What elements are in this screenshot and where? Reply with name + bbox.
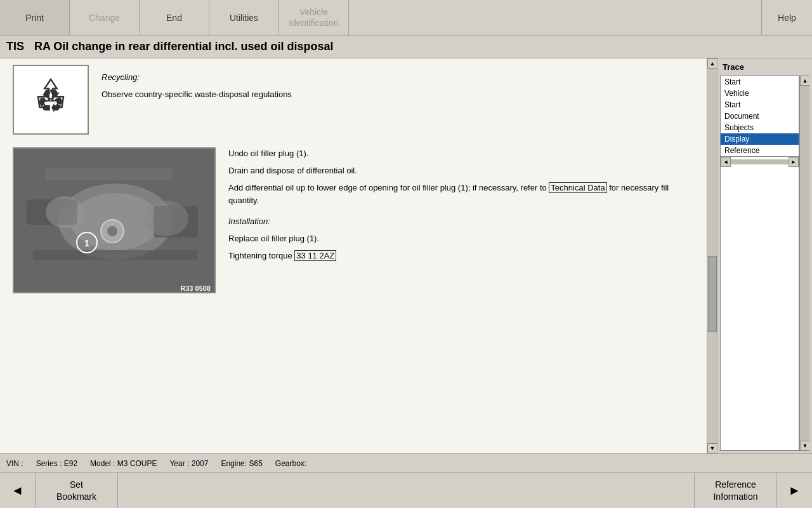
back-button[interactable]: ◄	[0, 473, 36, 508]
engine-status: Engine: S65	[221, 459, 262, 468]
utilities-button[interactable]: Utilities	[209, 0, 279, 35]
svg-rect-8	[46, 168, 173, 180]
svg-point-11	[144, 201, 188, 236]
series-label: Series :	[36, 459, 62, 468]
vehicle-id-button[interactable]: VehicleIdentification	[279, 0, 349, 35]
trace-item-start1[interactable]: Start	[721, 76, 799, 88]
forward-button[interactable]: ►	[776, 473, 812, 508]
vin-status: VIN :	[6, 459, 23, 468]
status-bar: VIN : Series : E92 Model : M3 COUPE Year…	[0, 453, 812, 472]
trace-item-vehicle[interactable]: Vehicle	[721, 88, 799, 99]
tightening-torque: Tightening torque 33 11 2AZ	[228, 250, 694, 263]
model-status: Model : M3 COUPE	[90, 459, 157, 468]
scroll-thumb[interactable]	[708, 256, 717, 332]
print-button[interactable]: Print	[0, 0, 70, 35]
recycling-note: Observe country-specific waste-disposal …	[102, 88, 694, 102]
reference-info-button[interactable]: ReferenceInformation	[694, 473, 776, 508]
trace-item-display[interactable]: Display	[721, 133, 799, 145]
tightening-label: Tightening torque	[228, 251, 294, 260]
instruction-section: 1 R33 0508 Undo oil filler plug (1). Dra…	[13, 147, 694, 293]
svg-text:♻: ♻	[36, 83, 65, 119]
content-area: ♻ Recycling: Observe country-specific wa…	[0, 58, 707, 453]
series-value: E92	[64, 459, 77, 468]
change-button[interactable]: Change	[70, 0, 140, 35]
trace-scroll-down[interactable]: ▼	[800, 441, 809, 451]
svg-point-7	[107, 226, 117, 236]
toolbar-spacer	[349, 0, 761, 35]
trace-item-document[interactable]: Document	[721, 110, 799, 122]
trace-scroll-h-track[interactable]	[731, 159, 789, 164]
installation-label: Installation:	[228, 217, 270, 226]
engine-value: S65	[249, 459, 262, 468]
trace-scroll-left[interactable]: ◄	[721, 157, 731, 167]
gearbox-label: Gearbox:	[275, 459, 306, 468]
instruction2: Drain and dispose of differential oil.	[228, 164, 694, 178]
instruction-text: Undo oil filler plug (1). Drain and disp…	[228, 147, 694, 293]
recycle-image: ♻	[13, 65, 89, 135]
recycle-icon: ♻	[25, 74, 76, 125]
trace-title: Trace	[720, 61, 809, 73]
svg-point-10	[46, 196, 84, 228]
trace-scroll-up[interactable]: ▲	[800, 76, 809, 86]
model-label: Model :	[90, 459, 115, 468]
svg-rect-9	[33, 250, 198, 260]
mechanical-svg: 1 R33 0508	[14, 149, 216, 293]
bottom-toolbar: ◄ SetBookmark ReferenceInformation ►	[0, 472, 812, 508]
recycling-text: Recycling: Observe country-specific wast…	[102, 65, 694, 135]
recycle-icon-box: ♻	[13, 65, 89, 135]
series-status: Series : E92	[36, 459, 77, 468]
back-arrow-icon: ◄	[11, 483, 24, 498]
trace-scroll-right[interactable]: ►	[789, 157, 799, 167]
model-value: M3 COUPE	[117, 459, 157, 468]
document-title: RA Oil change in rear differential incl.…	[34, 40, 333, 53]
year-value: 2007	[192, 459, 209, 468]
trace-vert-track[interactable]	[800, 86, 809, 441]
trace-panel: Trace Start Vehicle Start Document Subje…	[717, 58, 812, 453]
main-area: ♻ Recycling: Observe country-specific wa…	[0, 58, 812, 453]
recycling-section: ♻ Recycling: Observe country-specific wa…	[13, 65, 694, 135]
forward-arrow-icon: ►	[789, 483, 801, 498]
toolbar: Print Change End Utilities VehicleIdenti…	[0, 0, 812, 36]
help-button[interactable]: Help	[761, 0, 812, 35]
recycling-label: Recycling:	[102, 72, 140, 82]
trace-list-container: Start Vehicle Start Document Subjects Di…	[720, 76, 799, 451]
engine-label: Engine:	[221, 459, 247, 468]
year-label: Year :	[169, 459, 189, 468]
instruction3: Add differential oil up to lower edge of…	[228, 182, 694, 208]
trace-vert-scrollbar[interactable]: ▲ ▼	[799, 76, 809, 451]
tis-label: TIS	[6, 40, 24, 53]
bottom-spacer	[118, 473, 694, 508]
content-scrollbar[interactable]: ▲ ▼	[707, 58, 717, 453]
trace-item-start2[interactable]: Start	[721, 99, 799, 110]
installation-label-p: Installation:	[228, 215, 694, 229]
trace-item-reference[interactable]: Reference	[721, 145, 799, 156]
set-bookmark-button[interactable]: SetBookmark	[36, 473, 118, 508]
tightening-link[interactable]: 33 11 2AZ	[294, 250, 336, 261]
instruction1: Undo oil filler plug (1).	[228, 147, 694, 161]
instruction4: Replace oil filler plug (1).	[228, 232, 694, 246]
year-status: Year : 2007	[169, 459, 208, 468]
vin-label: VIN :	[6, 459, 23, 468]
svg-text:1: 1	[84, 238, 89, 248]
scroll-track[interactable]	[707, 69, 717, 443]
technical-data-link[interactable]: Technical Data	[549, 182, 606, 193]
trace-item-subjects[interactable]: Subjects	[721, 122, 799, 133]
content-scroll[interactable]: ♻ Recycling: Observe country-specific wa…	[0, 58, 707, 453]
mech-image-box: 1 R33 0508	[13, 147, 216, 293]
trace-scrollbar-h[interactable]: ◄ ►	[721, 156, 799, 166]
scroll-down-button[interactable]: ▼	[707, 443, 717, 453]
svg-text:R33 0508: R33 0508	[180, 284, 211, 292]
instruction3-part1: Add differential oil up to lower edge of…	[228, 183, 549, 192]
gearbox-status: Gearbox:	[275, 459, 306, 468]
title-bar: TIS RA Oil change in rear differential i…	[0, 36, 812, 58]
mechanical-image: 1 R33 0508	[13, 147, 216, 293]
trace-list: Start Vehicle Start Document Subjects Di…	[721, 76, 799, 156]
end-button[interactable]: End	[140, 0, 209, 35]
scroll-up-button[interactable]: ▲	[707, 58, 717, 69]
